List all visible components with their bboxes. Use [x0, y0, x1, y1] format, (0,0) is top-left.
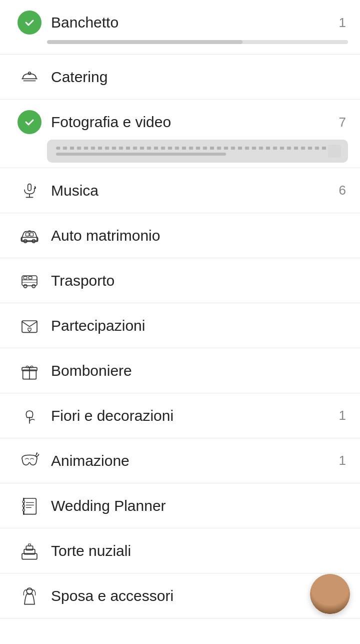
list-item[interactable]: Partecipazioni	[0, 303, 360, 348]
gift-icon	[18, 359, 42, 383]
svg-rect-12	[22, 276, 37, 286]
svg-rect-11	[30, 233, 34, 236]
item-count: 6	[339, 183, 346, 198]
bride-icon	[18, 584, 42, 608]
item-count: 1	[339, 408, 346, 423]
list-item[interactable]: Wedding Planner	[0, 483, 360, 528]
item-label: Trasporto	[47, 272, 348, 289]
svg-point-35	[26, 588, 32, 594]
item-label: Wedding Planner	[47, 497, 348, 514]
list-item[interactable]: Catering	[0, 55, 360, 100]
list-item[interactable]: Fiori e decorazioni 1	[0, 393, 360, 438]
mask-icon	[18, 449, 42, 473]
svg-point-30	[22, 504, 24, 506]
tooltip-thumb	[328, 145, 341, 158]
item-label: Fotografia e video	[47, 114, 339, 131]
item-label: Fiori e decorazioni	[47, 407, 339, 424]
svg-point-39	[321, 579, 339, 593]
svg-rect-10	[26, 233, 30, 236]
svg-point-36	[310, 574, 350, 614]
item-label: Catering	[47, 69, 348, 86]
list-item[interactable]: Auto matrimonio	[0, 213, 360, 258]
list-item[interactable]: Bomboniere	[0, 348, 360, 393]
item-count: 1	[339, 15, 346, 31]
tooltip-line	[56, 147, 339, 150]
flower-icon-wrapper	[12, 404, 47, 428]
cake-icon-wrapper	[12, 539, 47, 563]
item-label: Torte nuziali	[47, 542, 348, 559]
car-icon	[18, 224, 42, 248]
item-label: Sposa e accessori	[47, 587, 339, 604]
list-item[interactable]: Fotografia e video 7	[0, 100, 360, 168]
mask-icon-wrapper	[12, 449, 47, 473]
item-label: Auto matrimonio	[47, 227, 348, 244]
bride-icon-wrapper	[12, 584, 47, 608]
tooltip-overlay	[47, 140, 348, 163]
check-icon	[18, 110, 42, 134]
music-icon: ♪	[18, 179, 42, 203]
notebook-icon	[18, 494, 42, 518]
item-label: Partecipazioni	[47, 317, 348, 334]
list-item[interactable]: ♪ Musica 6	[0, 168, 360, 213]
cake-icon	[18, 539, 42, 563]
notebook-icon-wrapper	[12, 494, 47, 518]
bus-icon-wrapper	[12, 269, 47, 293]
svg-text:♪: ♪	[34, 184, 36, 190]
item-label: Musica	[47, 182, 339, 199]
item-count: 7	[339, 115, 346, 130]
svg-rect-24	[24, 498, 36, 514]
list-item[interactable]: Sposa e accessori 2	[0, 573, 360, 618]
progress-bar-container	[47, 40, 348, 44]
music-icon-wrapper: ♪	[12, 179, 47, 203]
svg-rect-16	[24, 276, 27, 279]
catering-icon	[18, 65, 42, 89]
item-label: Banchetto	[47, 14, 339, 31]
tooltip-line	[56, 153, 226, 156]
svg-point-13	[24, 284, 27, 288]
svg-point-37	[316, 586, 344, 614]
catering-icon-wrapper	[12, 65, 47, 89]
bus-icon	[18, 269, 42, 293]
svg-point-14	[32, 284, 36, 288]
avatar	[310, 574, 350, 614]
item-label: Bomboniere	[47, 362, 348, 379]
item-count: 1	[339, 453, 346, 468]
svg-point-38	[321, 582, 339, 604]
list-item[interactable]: Trasporto	[0, 258, 360, 303]
svg-point-31	[22, 509, 24, 511]
envelope-icon	[18, 314, 42, 338]
flower-icon	[18, 404, 42, 428]
list-item[interactable]: Banchetto 1	[0, 0, 360, 55]
car-icon-wrapper	[12, 224, 47, 248]
gift-icon-wrapper	[12, 359, 47, 383]
list-item[interactable]: Torte nuziali	[0, 528, 360, 573]
check-icon	[18, 11, 42, 35]
fab-button[interactable]	[310, 574, 350, 614]
progress-bar-fill	[47, 40, 242, 44]
svg-rect-17	[28, 276, 32, 279]
envelope-icon-wrapper	[12, 314, 47, 338]
item-label: Animazione	[47, 452, 339, 469]
svg-point-29	[22, 500, 24, 502]
category-list: Banchetto 1	[0, 0, 360, 618]
progress-bar-bg	[47, 40, 348, 44]
svg-rect-3	[28, 184, 32, 190]
list-item[interactable]: Animazione 1	[0, 438, 360, 483]
check-icon-wrapper	[12, 110, 47, 134]
check-icon-wrapper	[12, 11, 47, 35]
